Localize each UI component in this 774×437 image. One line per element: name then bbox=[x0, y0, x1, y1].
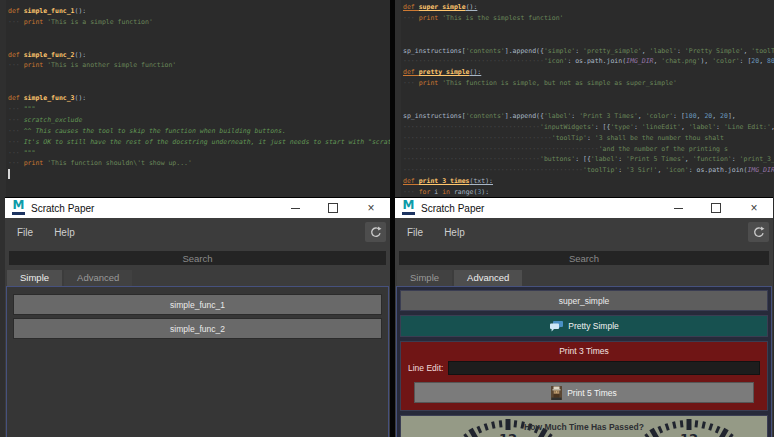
advanced-tab-content: super_simple Pretty Simple Print 3 Times… bbox=[396, 286, 772, 437]
refresh-button[interactable] bbox=[748, 222, 769, 242]
code-area-left[interactable]: def simple_func_1():··· print 'This is a… bbox=[8, 6, 390, 169]
time-passed-label: How Much Time Has Passed? bbox=[401, 422, 767, 432]
print-5-times-label: Print 5 Times bbox=[567, 388, 617, 398]
search-input[interactable]: Search bbox=[399, 251, 769, 265]
print-3-times-group: Print 3 Times Line Edit: bbox=[400, 341, 768, 411]
menu-item[interactable]: Help bbox=[45, 224, 84, 241]
text-caret bbox=[8, 169, 10, 179]
window-title: Scratch Paper bbox=[31, 203, 276, 214]
refresh-icon bbox=[752, 225, 766, 239]
maya-icon: M bbox=[12, 201, 25, 215]
tab-advanced[interactable]: Advanced bbox=[64, 270, 132, 286]
screen: def simple_func_1():··· print 'This is a… bbox=[0, 0, 774, 437]
print-5-times-button[interactable]: Print 5 Times bbox=[414, 382, 754, 403]
scratch-paper-window-advanced: M Scratch Paper × FileHelp Search Simple… bbox=[395, 197, 773, 437]
minimize-button[interactable] bbox=[659, 199, 697, 217]
search-placeholder: Search bbox=[182, 253, 212, 264]
tab-bar: Simple Advanced bbox=[7, 270, 390, 286]
maximize-button[interactable] bbox=[697, 199, 735, 217]
line-edit-input[interactable] bbox=[448, 361, 760, 375]
close-button[interactable]: × bbox=[352, 199, 390, 217]
menubar: FileHelp bbox=[5, 218, 390, 246]
pretty-simple-label: Pretty Simple bbox=[568, 321, 619, 331]
close-button[interactable]: × bbox=[735, 199, 773, 217]
person-portrait-icon bbox=[551, 386, 562, 400]
titlebar[interactable]: M Scratch Paper × bbox=[395, 198, 773, 218]
pretty-simple-button[interactable]: Pretty Simple bbox=[400, 315, 768, 337]
maximize-button[interactable] bbox=[314, 199, 352, 217]
line-edit-label: Line Edit: bbox=[408, 363, 443, 373]
chat-bubbles-icon bbox=[549, 320, 564, 333]
tab-bar: Simple Advanced bbox=[397, 270, 773, 286]
menu-item[interactable]: File bbox=[398, 224, 432, 241]
menu-item[interactable]: Help bbox=[435, 224, 474, 241]
refresh-icon bbox=[369, 225, 383, 239]
code-area-right[interactable]: def super_simple():··· print 'This is th… bbox=[403, 2, 774, 209]
menubar: FileHelp bbox=[395, 218, 773, 246]
minimize-button[interactable] bbox=[276, 199, 314, 217]
tab-advanced[interactable]: Advanced bbox=[454, 270, 522, 286]
refresh-button[interactable] bbox=[365, 222, 386, 242]
search-placeholder: Search bbox=[569, 253, 599, 264]
simple-tab-content: simple_func_1simple_func_2 bbox=[6, 286, 389, 437]
maya-icon: M bbox=[402, 201, 415, 215]
function-button[interactable]: simple_func_2 bbox=[13, 318, 382, 339]
print-3-times-title: Print 3 Times bbox=[401, 342, 767, 361]
time-passed-button[interactable]: 12121212 How Much Time Has Passed? bbox=[400, 415, 768, 437]
menu-item[interactable]: File bbox=[8, 224, 42, 241]
function-button[interactable]: simple_func_1 bbox=[13, 294, 382, 315]
search-input[interactable]: Search bbox=[9, 251, 386, 265]
scratch-paper-window-simple: M Scratch Paper × FileHelp Search Simple… bbox=[5, 197, 390, 437]
window-title: Scratch Paper bbox=[421, 203, 659, 214]
super-simple-button[interactable]: super_simple bbox=[400, 290, 768, 311]
titlebar[interactable]: M Scratch Paper × bbox=[5, 198, 390, 218]
tab-simple[interactable]: Simple bbox=[397, 270, 452, 286]
tab-simple[interactable]: Simple bbox=[7, 270, 62, 286]
